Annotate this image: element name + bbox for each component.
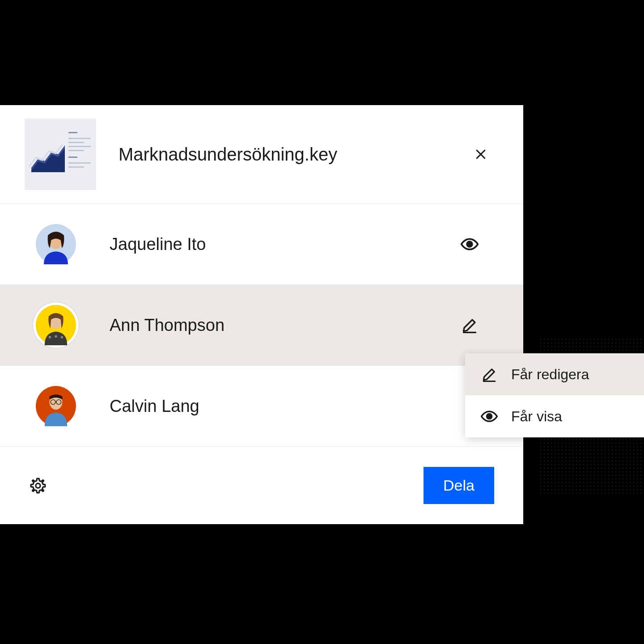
share-button[interactable]: Dela (424, 467, 494, 504)
svg-point-18 (487, 414, 491, 419)
permission-dropdown: Får redigera Får visa (465, 353, 644, 437)
gear-icon (30, 477, 47, 494)
dialog-header: Marknadsundersökning.key (0, 105, 523, 204)
svg-point-4 (467, 242, 472, 247)
user-name-label: Jaqueline Ito (110, 235, 461, 254)
share-dialog: Marknadsundersökning.key Jaqueline Ito (0, 105, 523, 524)
avatar (36, 224, 76, 264)
permission-view-icon[interactable] (461, 235, 479, 253)
close-icon (474, 148, 487, 161)
settings-button[interactable] (29, 477, 47, 495)
dropdown-item-label: Får visa (511, 408, 562, 425)
eye-icon (461, 235, 479, 253)
user-row[interactable]: Ann Thompson (0, 285, 523, 366)
permission-edit-icon[interactable] (461, 316, 479, 334)
dropdown-item-edit[interactable]: Får redigera (465, 353, 644, 395)
user-list: Jaqueline Ito Ann Th (0, 204, 523, 447)
file-name: Marknadsundersökning.key (119, 144, 472, 165)
user-row[interactable]: Calvin Lang (0, 366, 523, 447)
svg-point-16 (36, 483, 40, 487)
user-name-label: Ann Thompson (110, 316, 461, 335)
svg-point-7 (49, 336, 51, 338)
file-thumbnail (25, 119, 96, 190)
svg-point-9 (61, 336, 63, 338)
close-button[interactable] (472, 145, 490, 163)
avatar (36, 305, 76, 345)
dialog-footer: Dela (0, 447, 523, 524)
dropdown-item-view[interactable]: Får visa (465, 395, 644, 437)
dropdown-item-label: Får redigera (511, 366, 589, 383)
avatar (36, 386, 76, 426)
eye-icon (481, 408, 498, 425)
svg-point-8 (55, 335, 57, 338)
pencil-icon (462, 317, 478, 333)
pencil-icon (481, 366, 498, 383)
user-row[interactable]: Jaqueline Ito (0, 204, 523, 285)
user-name-label: Calvin Lang (110, 397, 461, 416)
